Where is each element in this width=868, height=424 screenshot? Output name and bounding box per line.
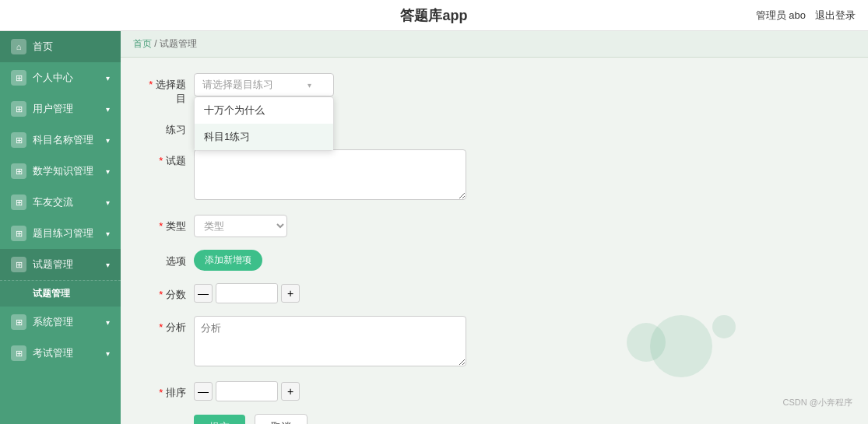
breadcrumb-current: 试题管理 bbox=[160, 38, 197, 49]
question-content bbox=[194, 149, 466, 202]
watermark: CSDN @小奔程序 bbox=[783, 397, 852, 408]
question-label: 试题 bbox=[139, 149, 194, 168]
type-label: 类型 bbox=[139, 215, 194, 233]
sidebar-item-daily-mgmt[interactable]: ⊞ 题目练习管理 ▾ bbox=[0, 218, 121, 249]
sidebar-item-system-mgmt[interactable]: ⊞ 系统管理 ▾ bbox=[0, 307, 121, 338]
sidebar-sub-question: 试题管理 bbox=[0, 280, 121, 307]
type-select[interactable]: 类型 bbox=[194, 215, 287, 237]
option-label: 选项 bbox=[139, 250, 194, 268]
sort-plus-button[interactable]: + bbox=[281, 382, 300, 401]
analysis-content bbox=[194, 316, 466, 369]
sidebar-item-exam-mgmt[interactable]: ⊞ 考试管理 ▾ bbox=[0, 338, 121, 369]
sidebar-item-label: 科目名称管理 bbox=[33, 133, 93, 147]
sort-minus-button[interactable]: — bbox=[194, 382, 213, 401]
sidebar-item-label: 题目练习管理 bbox=[33, 226, 93, 240]
question-icon: ⊞ bbox=[11, 257, 26, 272]
subject-select[interactable]: 请选择题目练习 ▾ bbox=[194, 73, 334, 96]
user-mgmt-icon: ⊞ bbox=[11, 101, 26, 117]
personal-icon: ⊞ bbox=[11, 70, 26, 86]
chevron-down-icon: ▾ bbox=[307, 81, 311, 89]
subject-select-placeholder: 请选择题目练习 bbox=[202, 78, 273, 92]
sort-input[interactable] bbox=[216, 381, 278, 401]
type-content: 类型 bbox=[194, 215, 466, 237]
score-input[interactable] bbox=[216, 283, 278, 303]
form-row-actions: 提交 取消 bbox=[139, 414, 849, 424]
sidebar-item-personal[interactable]: ⊞ 个人中心 ▾ bbox=[0, 62, 121, 93]
chevron-down-icon: ▾ bbox=[106, 349, 110, 358]
sidebar-item-user-mgmt[interactable]: ⊞ 用户管理 ▾ bbox=[0, 93, 121, 124]
exam-icon: ⊞ bbox=[11, 345, 26, 361]
add-option-button[interactable]: 添加新增项 bbox=[194, 250, 262, 271]
main-layout: ⌂ 首页 ⊞ 个人中心 ▾ ⊞ 用户管理 ▾ ⊞ 科目名称管理 ▾ ⊞ 数学知识… bbox=[0, 31, 868, 424]
subject-icon: ⊞ bbox=[11, 132, 26, 148]
score-minus-button[interactable]: — bbox=[194, 284, 213, 303]
option-content: 添加新增项 bbox=[194, 250, 466, 271]
chevron-down-icon: ▾ bbox=[106, 230, 110, 238]
sidebar-item-label: 首页 bbox=[33, 40, 53, 54]
sidebar-item-label: 个人中心 bbox=[33, 71, 73, 85]
daily-icon: ⊞ bbox=[11, 226, 26, 241]
form-row-sort: 排序 — + bbox=[139, 381, 849, 401]
breadcrumb-separator: / bbox=[154, 38, 156, 49]
header: 答题库app 管理员 abo 退出登录 bbox=[0, 0, 868, 31]
analysis-label: 分析 bbox=[139, 316, 194, 335]
chevron-down-icon: ▾ bbox=[106, 198, 110, 207]
chevron-down-icon: ▾ bbox=[106, 318, 110, 327]
sidebar-item-label: 系统管理 bbox=[33, 315, 73, 329]
chevron-down-icon: ▾ bbox=[106, 167, 110, 176]
form-row-subject: 选择题目 请选择题目练习 ▾ 十万个为什么 科 bbox=[139, 73, 849, 106]
form-row-analysis: 分析 bbox=[139, 316, 849, 369]
sidebar-item-knowledge-mgmt[interactable]: ⊞ 数学知识管理 ▾ bbox=[0, 156, 121, 187]
sort-label: 排序 bbox=[139, 381, 194, 400]
dropdown-option-ten-thousand[interactable]: 十万个为什么 bbox=[195, 97, 333, 124]
question-textarea[interactable] bbox=[194, 149, 466, 200]
submit-button[interactable]: 提交 bbox=[194, 415, 245, 424]
chevron-down-icon: ▾ bbox=[106, 74, 110, 82]
sidebar-item-label: 考试管理 bbox=[33, 346, 73, 360]
sidebar-item-home[interactable]: ⌂ 首页 bbox=[0, 31, 121, 62]
score-plus-button[interactable]: + bbox=[281, 284, 300, 303]
knowledge-icon: ⊞ bbox=[11, 163, 26, 179]
form-row-type: 类型 类型 bbox=[139, 215, 849, 237]
sidebar-item-label: 试题管理 bbox=[33, 258, 73, 272]
system-icon: ⊞ bbox=[11, 314, 26, 330]
sidebar-sub-item-question-list[interactable]: 试题管理 bbox=[0, 280, 121, 307]
chevron-down-icon: ▾ bbox=[106, 105, 110, 114]
select-subject-label: 选择题目 bbox=[139, 73, 194, 106]
dropdown-option-subject1[interactable]: 科目1练习 bbox=[195, 124, 333, 150]
actions-content: 提交 取消 bbox=[194, 414, 466, 424]
practice-label: 练习 bbox=[139, 118, 194, 137]
form-row-score: 分数 — + bbox=[139, 283, 849, 303]
form-row-question: 试题 bbox=[139, 149, 849, 202]
sidebar-item-label: 用户管理 bbox=[33, 102, 73, 116]
content-area: 选择题目 请选择题目练习 ▾ 十万个为什么 科 bbox=[121, 58, 868, 424]
form-row-option: 选项 添加新增项 bbox=[139, 250, 849, 271]
subject-select-wrapper: 请选择题目练习 ▾ 十万个为什么 科目1练习 bbox=[194, 73, 466, 96]
sidebar-item-label: 车友交流 bbox=[33, 195, 73, 209]
app-title: 答题库app bbox=[400, 6, 467, 25]
cancel-button[interactable]: 取消 bbox=[255, 414, 307, 424]
score-label: 分数 bbox=[139, 283, 194, 302]
main-content: 首页 / 试题管理 选择题目 请选择题目练习 ▾ bbox=[121, 31, 868, 424]
analysis-textarea[interactable] bbox=[194, 316, 466, 366]
header-right: 管理员 abo 退出登录 bbox=[756, 9, 856, 23]
logout-button[interactable]: 退出登录 bbox=[815, 9, 856, 23]
subject-dropdown-wrapper: 请选择题目练习 ▾ 十万个为什么 科目1练习 bbox=[194, 73, 334, 96]
user-label: 管理员 abo bbox=[756, 9, 806, 23]
actions-label bbox=[139, 414, 194, 419]
sidebar-item-question-mgmt[interactable]: ⊞ 试题管理 ▾ bbox=[0, 249, 121, 280]
sidebar-item-label: 数学知识管理 bbox=[33, 164, 93, 178]
friends-icon: ⊞ bbox=[11, 194, 26, 210]
score-input-group: — + bbox=[194, 283, 466, 303]
sub-item-label: 试题管理 bbox=[33, 288, 70, 299]
breadcrumb: 首页 / 试题管理 bbox=[121, 31, 868, 58]
sort-input-group: — + bbox=[194, 381, 466, 401]
score-content: — + bbox=[194, 283, 466, 303]
chevron-down-icon: ▾ bbox=[106, 261, 110, 269]
sort-content: — + bbox=[194, 381, 466, 401]
subject-dropdown-menu: 十万个为什么 科目1练习 bbox=[194, 96, 334, 151]
chevron-down-icon: ▾ bbox=[106, 136, 110, 145]
sidebar-item-friends[interactable]: ⊞ 车友交流 ▾ bbox=[0, 187, 121, 218]
sidebar-item-subject-mgmt[interactable]: ⊞ 科目名称管理 ▾ bbox=[0, 124, 121, 156]
breadcrumb-home[interactable]: 首页 bbox=[133, 38, 152, 49]
